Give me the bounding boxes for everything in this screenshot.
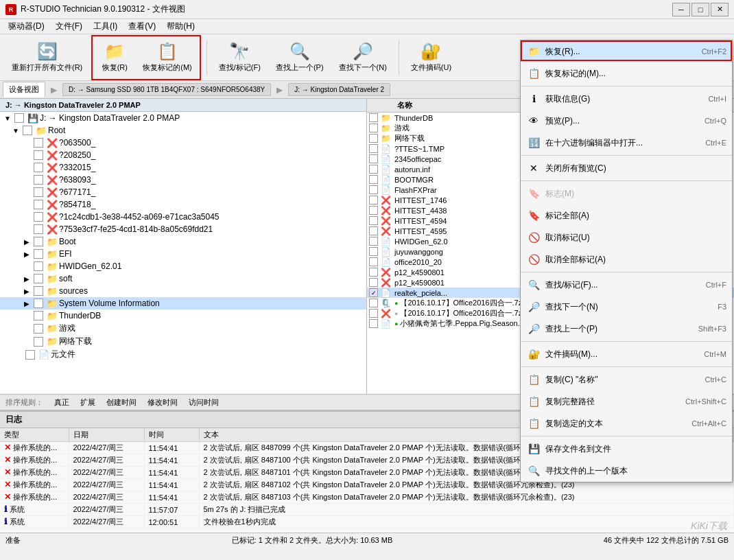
log-row[interactable]: ℹ 系统 2022/4/27/周三 11:57:07 5m 27s 的 J: 扫… [0, 504, 734, 516]
tree-checkbox[interactable] [34, 175, 43, 185]
menu-file[interactable]: 文件(F) [50, 19, 88, 34]
tab-device-view[interactable]: 设备视图 [3, 82, 45, 97]
close-button[interactable]: ✕ [711, 3, 729, 16]
tree-item-root[interactable]: ▼ 💾 J: → Kingston DataTraveler 2.0 PMAP [0, 112, 366, 124]
tab-kingston[interactable]: J: → Kingston DataTraveler 2 [288, 83, 390, 96]
ctx-item-mark[interactable]: 🔖 标志(M) [521, 180, 732, 205]
list-item[interactable]: 📁 HWIDGen_62.01 [0, 260, 366, 272]
file-checkbox[interactable] [369, 144, 378, 153]
file-checkbox[interactable] [369, 319, 378, 328]
log-row[interactable]: ✕ 操作系统的... 2022/4/27/周三 11:54:41 2 次尝试后,… [0, 491, 734, 504]
list-item[interactable]: ❌ ?677171_ [0, 186, 366, 198]
file-checkbox[interactable] [369, 309, 378, 318]
toolbar-find-mark[interactable]: 🔭 查找/标记(F) [213, 38, 267, 78]
tree-checkbox[interactable] [34, 237, 43, 246]
list-item[interactable]: ❌ ?208250_ [0, 149, 366, 161]
ctx-item-find-mark[interactable]: 🔍 查找/标记(F)... Ctrl+F [521, 272, 732, 296]
tree-toggle[interactable]: ▶ [22, 250, 32, 258]
tree-checkbox[interactable] [34, 224, 43, 234]
tree-checkbox[interactable] [34, 187, 43, 197]
file-checkbox[interactable] [369, 134, 378, 143]
file-checkbox[interactable]: ✓ [369, 288, 378, 297]
sort-field-create[interactable]: 创建时间 [106, 397, 137, 408]
list-item[interactable]: ▶ 📁 Boot [0, 235, 366, 248]
list-item[interactable]: ▶ 📁 EFI [0, 248, 366, 260]
list-item[interactable]: 📄 元文件 [0, 348, 366, 361]
tree-checkbox[interactable] [34, 337, 43, 347]
toolbar-refresh[interactable]: 🔄 重新打开所有文件(R) [5, 38, 88, 78]
list-item[interactable]: ❌ ?753e3cf7-fe25-4cd1-814b-8a05c69fdd21 [0, 223, 366, 235]
ctx-item-file-hash[interactable]: 🔐 文件摘码(M)... Ctrl+M [521, 341, 732, 365]
file-checkbox[interactable] [369, 206, 378, 215]
tree-toggle[interactable]: ▶ [22, 275, 32, 283]
list-item[interactable]: ❌ ?1c24cdb1-3e38-4452-a069-e71cac3a5045 [0, 211, 366, 223]
tree-checkbox-root-node[interactable] [23, 126, 32, 135]
list-item[interactable]: ❌ ?638093_ [0, 174, 366, 186]
tree-checkbox[interactable] [34, 274, 43, 283]
file-checkbox[interactable] [369, 237, 378, 246]
file-checkbox[interactable] [369, 185, 378, 194]
file-checkbox[interactable] [369, 196, 378, 205]
list-item[interactable]: 📁 ThunderDB [0, 310, 366, 322]
ctx-item-copy-name[interactable]: 📋 复制(C) "名称" Ctrl+C [521, 366, 732, 390]
toolbar-recover-marked[interactable]: 📋 恢复标记的(M) [137, 38, 198, 78]
file-checkbox[interactable] [369, 268, 378, 277]
tree-checkbox[interactable] [34, 311, 43, 320]
tree-toggle[interactable]: ▶ [22, 238, 32, 246]
tab-samsung[interactable]: D: → Samsung SSD 980 1TB 1B4QFX07 : S649… [62, 83, 271, 96]
toolbar-file-hash[interactable]: 🔐 文件摘码(U) [405, 38, 458, 78]
tree-checkbox-root[interactable] [14, 113, 24, 123]
tree-checkbox[interactable] [25, 350, 35, 360]
file-checkbox[interactable] [369, 226, 378, 235]
sort-field-modify[interactable]: 修改时间 [147, 397, 178, 408]
toolbar-find-prev[interactable]: 🔍 查找上一个(P) [270, 38, 330, 78]
list-item[interactable]: ▶ 📁 sources [0, 285, 366, 297]
file-checkbox[interactable] [369, 247, 378, 256]
ctx-item-recover[interactable]: 📁 恢复(R)... Ctrl+F2 [521, 40, 732, 62]
tree-toggle-root-node[interactable]: ▼ [11, 127, 21, 135]
toolbar-find-next[interactable]: 🔎 查找下一个(N) [333, 38, 393, 78]
ctx-item-mark-all[interactable]: 🔖 标记全部(A) [521, 205, 732, 226]
menu-drive[interactable]: 驱动器(D) [3, 19, 50, 34]
sort-field-real[interactable]: 真正 [54, 397, 69, 408]
file-checkbox[interactable] [369, 165, 378, 174]
list-item[interactable]: 📁 网络下载 [0, 335, 366, 348]
list-item[interactable]: ❌ ?063500_ [0, 137, 366, 149]
menu-tools[interactable]: 工具(I) [88, 19, 123, 34]
file-checkbox[interactable] [369, 278, 378, 287]
tree-item-system-volume[interactable]: ▶ 📁 System Volume Information [0, 297, 366, 310]
ctx-item-open-hex[interactable]: 🔢 在十六进制编辑器中打开... Ctrl+E [521, 132, 732, 154]
toolbar-recover[interactable]: 📁 恢复(R) [94, 38, 135, 78]
file-checkbox[interactable] [369, 257, 378, 266]
ctx-item-close-preview[interactable]: ✕ 关闭所有预览(C) [521, 155, 732, 179]
ctx-item-copy-path[interactable]: 📋 复制完整路径 Ctrl+Shift+C [521, 390, 732, 412]
tree-checkbox[interactable] [34, 138, 43, 148]
list-item[interactable]: ❌ ?332015_ [0, 161, 366, 174]
tree-checkbox[interactable] [34, 249, 43, 259]
sort-field-ext[interactable]: 扩展 [80, 397, 95, 408]
file-checkbox[interactable] [369, 154, 378, 163]
list-item[interactable]: ▶ 📁 soft [0, 272, 366, 285]
log-row[interactable]: ℹ 系统 2022/4/27/周三 12:00:51 文件校验在1秒内完成 [0, 516, 734, 528]
menu-help[interactable]: 帮助(H) [161, 19, 200, 34]
ctx-item-save-filenames[interactable]: 💾 保存文件名到文件 [521, 436, 732, 460]
file-checkbox[interactable] [369, 113, 378, 122]
ctx-item-find-prev-version[interactable]: 🔍 寻找文件的上一个版本 [521, 460, 732, 482]
ctx-item-get-info[interactable]: ℹ 获取信息(G) Ctrl+I [521, 86, 732, 110]
ctx-item-recover-marked[interactable]: 📋 恢复标记的(M)... [521, 62, 732, 84]
menu-view[interactable]: 查看(V) [123, 19, 161, 34]
tree-container[interactable]: ▼ 💾 J: → Kingston DataTraveler 2.0 PMAP … [0, 112, 366, 386]
tree-toggle[interactable]: ▶ [22, 288, 32, 295]
ctx-item-find-next[interactable]: 🔎 查找下一个(N) F3 [521, 296, 732, 318]
tree-item-root-node[interactable]: ▼ 📁 Root [0, 124, 366, 137]
file-checkbox[interactable] [369, 216, 378, 225]
ctx-item-copy-selected[interactable]: 📋 复制选定的文本 Ctrl+Alt+C [521, 412, 732, 434]
tree-checkbox[interactable] [34, 286, 43, 296]
list-item[interactable]: ❌ ?854718_ [0, 198, 366, 211]
minimize-button[interactable]: ─ [672, 3, 690, 16]
tree-checkbox[interactable] [34, 261, 43, 271]
sort-field-access[interactable]: 访问时间 [189, 397, 219, 408]
file-checkbox[interactable] [369, 175, 378, 184]
ctx-item-unmark[interactable]: 🚫 取消标记(U) [521, 226, 732, 248]
tree-checkbox[interactable] [34, 299, 43, 308]
